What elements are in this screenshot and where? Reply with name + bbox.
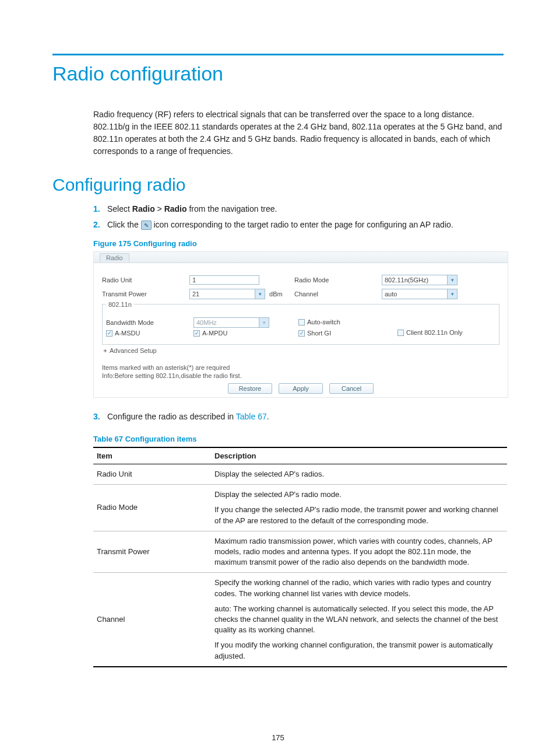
- table-row: Radio Mode Display the selected AP's rad…: [93, 485, 507, 531]
- top-rule: [52, 54, 504, 55]
- step-1-text-post: from the navigation tree.: [187, 204, 277, 214]
- cell-desc: Display the selected AP's radio mode. If…: [211, 485, 507, 531]
- label-dbm: dBm: [269, 290, 283, 298]
- page-title: Radio configuration: [52, 62, 504, 85]
- checkbox-icon: ✓: [106, 330, 112, 337]
- ampdu-label: A-MPDU: [202, 330, 227, 337]
- info-note: Info:Before setting 802.11n,disable the …: [102, 372, 508, 380]
- step-2-text-pre: Click the: [107, 220, 141, 229]
- cell-item: Radio Mode: [93, 485, 211, 531]
- cell-desc-b: If you change the selected AP's radio mo…: [214, 505, 504, 526]
- checkbox-icon: [298, 319, 305, 326]
- fieldset-legend: 802.11n: [106, 301, 134, 308]
- page-number: 175: [0, 733, 556, 742]
- plus-icon: +: [102, 348, 108, 354]
- label-bandwidth-mode: Bandwidth Mode: [106, 319, 193, 326]
- checkbox-icon: ✓: [193, 330, 200, 337]
- table-caption: Table 67 Configuration items: [93, 435, 504, 443]
- step-3: Configure the radio as described in Tabl…: [93, 411, 504, 423]
- chevron-down-icon: ▾: [259, 318, 269, 327]
- radio-unit-field[interactable]: 1: [189, 275, 259, 285]
- short-gi-label: Short GI: [307, 330, 331, 337]
- amsdu-label: A-MSDU: [115, 330, 140, 337]
- step-1-sep: >: [155, 204, 164, 214]
- step-1-text-pre: Select: [107, 204, 132, 214]
- chevron-down-icon: ▾: [447, 289, 457, 299]
- fieldset-80211n: 802.11n Bandwidth Mode 40MHz ▾ Auto-swit…: [102, 304, 499, 345]
- channel-select[interactable]: auto ▾: [382, 289, 458, 299]
- checkbox-icon: ✓: [298, 330, 305, 337]
- transmit-power-value: 21: [192, 290, 199, 298]
- restore-button[interactable]: Restore: [228, 383, 272, 394]
- cell-item: Transmit Power: [93, 531, 211, 573]
- amsdu-checkbox[interactable]: ✓ A-MSDU: [106, 330, 140, 337]
- table-row: Radio Unit Display the selected AP's rad…: [93, 464, 507, 485]
- bandwidth-mode-select[interactable]: 40MHz ▾: [193, 317, 269, 328]
- intro-paragraph: Radio frequency (RF) refers to electrica…: [93, 108, 504, 158]
- advanced-setup-toggle[interactable]: +Advanced Setup: [102, 347, 499, 354]
- cell-desc: Display the selected AP's radios.: [211, 464, 507, 485]
- table-row: Channel Specify the working channel of t…: [93, 573, 507, 667]
- cell-desc-a: Display the selected AP's radio mode.: [214, 490, 342, 499]
- section-title: Configuring radio: [52, 175, 504, 195]
- step-1-bold1: Radio: [132, 204, 155, 214]
- link-table-67[interactable]: Table 67: [236, 412, 267, 421]
- client-80211n-only-checkbox[interactable]: Client 802.11n Only: [397, 329, 463, 336]
- col-description: Description: [211, 447, 507, 464]
- cancel-button[interactable]: Cancel: [329, 383, 374, 394]
- figure-caption: Figure 175 Configuring radio: [93, 239, 504, 248]
- ampdu-checkbox[interactable]: ✓ A-MPDU: [193, 330, 227, 337]
- step-1: Select Radio > Radio from the navigation…: [93, 203, 504, 215]
- cell-desc-a: Specify the working channel of the radio…: [214, 578, 491, 597]
- label-channel: Channel: [294, 290, 382, 298]
- label-transmit-power: Transmit Power: [102, 290, 189, 298]
- auto-switch-label: Auto-switch: [307, 318, 340, 326]
- auto-switch-checkbox[interactable]: Auto-switch: [298, 318, 340, 326]
- cell-desc: Specify the working channel of the radio…: [211, 573, 507, 667]
- bandwidth-mode-value: 40MHz: [196, 319, 217, 326]
- step-3-text-pre: Configure the radio as described in: [107, 412, 236, 421]
- label-radio-unit: Radio Unit: [102, 276, 189, 284]
- table-head-row: Item Description: [93, 447, 507, 464]
- client-80211n-only-label: Client 802.11n Only: [406, 329, 463, 336]
- step-2: Click the ✎ icon corresponding to the ta…: [93, 219, 504, 231]
- advanced-setup-label: Advanced Setup: [110, 347, 157, 354]
- step-3-text-post: .: [267, 412, 269, 421]
- radio-mode-value: 802.11n(5GHz): [385, 276, 428, 284]
- chevron-down-icon: ▾: [447, 275, 457, 285]
- configuration-table: Item Description Radio Unit Display the …: [93, 447, 507, 667]
- chevron-down-icon: ▾: [255, 289, 265, 299]
- required-note: Items marked with an asterisk(*) are req…: [102, 363, 508, 372]
- figure-ui: Radio Radio Unit 1 Radio Mode 802.11n(5G…: [93, 251, 508, 398]
- cell-desc: Maximum radio transmission power, which …: [211, 531, 507, 573]
- edit-icon: ✎: [141, 220, 152, 230]
- table-row: Transmit Power Maximum radio transmissio…: [93, 531, 507, 573]
- step-2-text-post: icon corresponding to the target radio t…: [153, 220, 453, 229]
- cell-item: Channel: [93, 573, 211, 667]
- tabbar: Radio: [94, 252, 508, 263]
- radio-mode-select[interactable]: 802.11n(5GHz) ▾: [382, 275, 458, 285]
- checkbox-icon: [397, 330, 404, 336]
- tab-radio[interactable]: Radio: [100, 253, 129, 262]
- transmit-power-select[interactable]: 21 ▾: [189, 289, 265, 299]
- cell-desc-c: If you modify the working channel config…: [214, 640, 504, 661]
- col-item: Item: [93, 447, 211, 464]
- apply-button[interactable]: Apply: [279, 383, 323, 394]
- short-gi-checkbox[interactable]: ✓ Short GI: [298, 330, 331, 337]
- label-radio-mode: Radio Mode: [294, 276, 382, 284]
- channel-value: auto: [385, 290, 397, 298]
- cell-item: Radio Unit: [93, 464, 211, 485]
- step-1-bold2: Radio: [164, 204, 187, 214]
- cell-desc-b: auto: The working channel is automatical…: [214, 604, 504, 636]
